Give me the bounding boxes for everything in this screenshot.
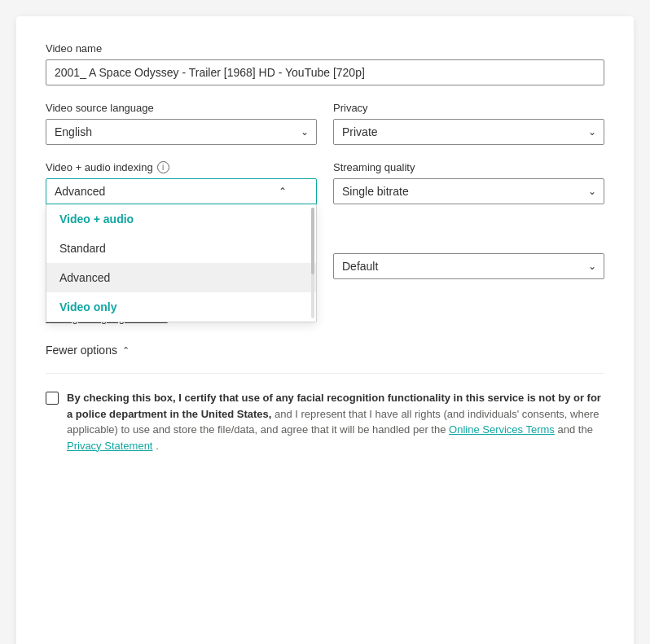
indexing-dropdown-wrapper: Advanced ⌃ Video + audio Standard Advanc… — [46, 178, 317, 204]
video-name-input[interactable] — [46, 59, 604, 85]
streaming-quality-group: Streaming quality Single bitrate Adaptiv… — [333, 161, 604, 204]
indexing-label: Video + audio indexing i — [46, 161, 317, 173]
video-name-group: Video name — [46, 42, 604, 85]
streaming-quality-select-wrapper: Single bitrate Adaptive bitrate ⌄ — [333, 178, 604, 204]
source-language-select-wrapper: English Spanish French German ⌄ — [46, 119, 317, 145]
section-divider — [46, 373, 604, 374]
certification-text: By checking this box, I certify that use… — [67, 390, 604, 453]
period-text: . — [156, 440, 159, 452]
dropdown-scrollbar-track — [311, 208, 314, 318]
fewer-options-label: Fewer options — [46, 344, 117, 357]
indexing-info-icon[interactable]: i — [157, 161, 169, 173]
default-group: Default Custom ⌄ — [333, 253, 604, 279]
privacy-select-wrapper: Private Public Unlisted ⌄ — [333, 119, 604, 145]
privacy-label: Privacy — [333, 102, 604, 114]
dropdown-item-video-audio[interactable]: Video + audio — [46, 204, 316, 234]
privacy-group: Privacy Private Public Unlisted ⌄ — [333, 102, 604, 145]
certification-checkbox[interactable] — [46, 392, 59, 405]
dropdown-item-advanced[interactable]: Advanced — [46, 263, 316, 292]
online-services-link[interactable]: Online Services Terms — [449, 423, 555, 436]
default-select-wrapper: Default Custom ⌄ — [333, 253, 604, 279]
source-language-group: Video source language English Spanish Fr… — [46, 102, 317, 145]
dropdown-item-standard[interactable]: Standard — [46, 234, 316, 263]
and-text: and the — [557, 423, 592, 436]
indexing-selected-value: Advanced — [55, 185, 105, 198]
privacy-select[interactable]: Private Public Unlisted — [333, 119, 604, 145]
indexing-streaming-row: Video + audio indexing i Advanced ⌃ Vide… — [46, 161, 604, 296]
dropdown-scrollbar-thumb — [311, 208, 314, 274]
default-select[interactable]: Default Custom — [333, 253, 604, 279]
source-language-label: Video source language — [46, 102, 317, 114]
indexing-dropdown-menu: Video + audio Standard Advanced Video on… — [46, 204, 317, 322]
source-privacy-row: Video source language English Spanish Fr… — [46, 102, 604, 161]
indexing-chevron-up-icon: ⌃ — [279, 186, 287, 197]
dropdown-item-video-only[interactable]: Video only — [46, 292, 316, 322]
video-name-label: Video name — [46, 42, 604, 55]
streaming-section: Streaming quality Single bitrate Adaptiv… — [333, 161, 604, 296]
certification-checkbox-row: By checking this box, I certify that use… — [46, 390, 604, 453]
source-language-select[interactable]: English Spanish French German — [46, 119, 317, 145]
fewer-options-toggle[interactable]: Fewer options ⌃ — [46, 344, 604, 357]
streaming-quality-select[interactable]: Single bitrate Adaptive bitrate — [333, 178, 604, 204]
main-card: Video name Video source language English… — [16, 16, 634, 644]
indexing-dropdown-trigger[interactable]: Advanced ⌃ — [46, 178, 317, 204]
privacy-statement-link[interactable]: Privacy Statement — [67, 440, 153, 452]
fewer-options-chevron-icon: ⌃ — [122, 345, 130, 356]
streaming-quality-label: Streaming quality — [333, 161, 604, 173]
indexing-group: Video + audio indexing i Advanced ⌃ Vide… — [46, 161, 317, 279]
